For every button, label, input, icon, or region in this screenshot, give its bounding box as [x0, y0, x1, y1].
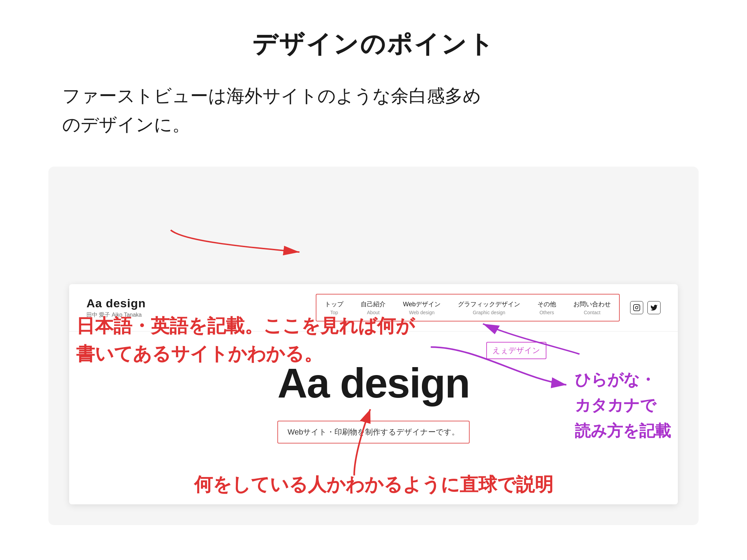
nav-others-jp: その他 — [537, 300, 556, 308]
nav-item-graphic: グラフィックデザイン Graphic design — [458, 300, 520, 315]
instagram-icon — [630, 301, 643, 314]
page-wrapper: デザインのポイント ファーストビューは海外サイトのような余白感多め のデザインに… — [0, 0, 747, 560]
annotation-purple-line2: カタカナで — [575, 393, 671, 418]
description-line1: ファーストビューは海外サイトのような余白感多め — [62, 86, 481, 106]
nav-item-contact: お問い合わせ Contact — [573, 300, 611, 315]
mockup-description-text: Webサイト・印刷物を制作するデザイナーです。 — [288, 428, 460, 436]
nav-graphic-jp: グラフィックデザイン — [458, 300, 520, 308]
mockup-description-box: Webサイト・印刷物を制作するデザイナーです。 — [277, 421, 470, 444]
nav-contact-en: Contact — [584, 310, 600, 315]
nav-top-jp: トップ — [325, 300, 343, 308]
annotation-purple-line1: ひらがな・ — [575, 367, 671, 393]
annotation-purple-text: ひらがな・ カタカナで 読み方を記載 — [575, 367, 671, 444]
annotation-purple-line3: 読み方を記載 — [575, 418, 671, 444]
svg-point-2 — [638, 306, 639, 306]
annotation-bottom-label: 何をしている人かわかるように直球で説明 — [194, 474, 553, 495]
nav-about-jp: 自己紹介 — [361, 300, 386, 308]
page-description: ファーストビューは海外サイトのような余白感多め のデザインに。 — [62, 82, 706, 139]
annotation-nav-line1: 日本語・英語を記載。ここを見れば何が — [76, 312, 415, 340]
description-line2: のデザインに。 — [62, 114, 190, 134]
annotation-nav-text: 日本語・英語を記載。ここを見れば何が 書いてあるサイトかわかる。 — [76, 312, 415, 368]
mockup-logo-name: Aa design — [86, 297, 146, 310]
twitter-icon — [647, 301, 661, 314]
annotation-bottom-text: 何をしている人かわかるように直球で説明 — [194, 472, 553, 497]
svg-point-1 — [635, 307, 638, 309]
ee-design-badge: えぇデザイン — [486, 342, 546, 359]
nav-graphic-en: Graphic design — [473, 310, 505, 315]
annotation-nav-line2: 書いてあるサイトかわかる。 — [76, 340, 415, 368]
nav-web-jp: Webデザイン — [403, 300, 441, 308]
page-title: デザインのポイント — [42, 28, 706, 61]
demo-card: 日本語・英語を記載。ここを見れば何が 書いてあるサイトかわかる。 Aa desi… — [48, 167, 699, 525]
nav-item-others: その他 Others — [537, 300, 556, 315]
nav-others-en: Others — [540, 310, 554, 315]
nav-contact-jp: お問い合わせ — [573, 300, 611, 308]
mockup-social-icons — [630, 301, 661, 314]
svg-rect-0 — [634, 305, 640, 311]
